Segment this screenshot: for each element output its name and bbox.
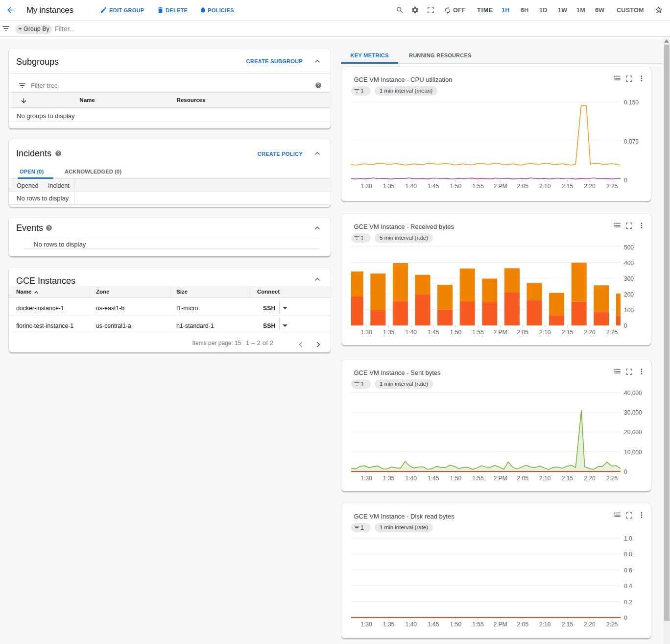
svg-text:2:25: 2:25 xyxy=(606,475,618,482)
svg-text:1:35: 1:35 xyxy=(383,329,395,336)
svg-text:1:40: 1:40 xyxy=(406,475,417,482)
svg-text:2 PM: 2 PM xyxy=(494,475,507,482)
svg-text:1:50: 1:50 xyxy=(450,329,462,336)
svg-text:2 PM: 2 PM xyxy=(494,329,507,336)
svg-text:2:15: 2:15 xyxy=(562,475,574,482)
svg-text:1:40: 1:40 xyxy=(406,183,417,190)
svg-text:2 PM: 2 PM xyxy=(494,183,507,190)
svg-text:2:25: 2:25 xyxy=(606,329,618,336)
svg-text:1:55: 1:55 xyxy=(472,475,484,482)
svg-text:1:45: 1:45 xyxy=(428,475,439,482)
svg-text:1:35: 1:35 xyxy=(383,475,395,482)
svg-text:1:45: 1:45 xyxy=(428,183,439,190)
svg-text:1:30: 1:30 xyxy=(360,183,372,190)
svg-text:1:30: 1:30 xyxy=(360,329,372,336)
svg-text:2:15: 2:15 xyxy=(562,621,574,628)
svg-text:2:10: 2:10 xyxy=(539,475,551,482)
svg-text:1:35: 1:35 xyxy=(383,183,395,190)
svg-text:2:10: 2:10 xyxy=(539,621,551,628)
svg-text:2:05: 2:05 xyxy=(517,183,529,190)
svg-text:1:45: 1:45 xyxy=(428,329,439,336)
svg-text:2:20: 2:20 xyxy=(584,475,596,482)
svg-text:2:10: 2:10 xyxy=(539,183,551,190)
svg-text:1:30: 1:30 xyxy=(360,475,372,482)
svg-text:2:20: 2:20 xyxy=(584,183,596,190)
svg-text:1:45: 1:45 xyxy=(428,621,439,628)
svg-text:2:10: 2:10 xyxy=(539,329,551,336)
svg-text:1:55: 1:55 xyxy=(472,183,484,190)
svg-text:2:25: 2:25 xyxy=(606,183,618,190)
svg-text:2:15: 2:15 xyxy=(562,329,574,336)
svg-text:1:40: 1:40 xyxy=(406,621,417,628)
svg-text:1:55: 1:55 xyxy=(472,621,484,628)
svg-text:1:30: 1:30 xyxy=(360,621,372,628)
svg-text:1:35: 1:35 xyxy=(383,621,395,628)
svg-text:1:50: 1:50 xyxy=(450,621,462,628)
svg-text:2:20: 2:20 xyxy=(584,329,596,336)
svg-text:1:50: 1:50 xyxy=(450,183,462,190)
svg-text:1:55: 1:55 xyxy=(472,329,484,336)
svg-text:2:05: 2:05 xyxy=(517,329,529,336)
svg-text:2 PM: 2 PM xyxy=(494,621,507,628)
svg-text:1:50: 1:50 xyxy=(450,475,462,482)
svg-text:2:15: 2:15 xyxy=(562,183,574,190)
svg-text:2:25: 2:25 xyxy=(606,621,618,628)
svg-text:2:20: 2:20 xyxy=(584,621,596,628)
svg-text:2:05: 2:05 xyxy=(517,475,529,482)
svg-text:1:40: 1:40 xyxy=(406,329,417,336)
svg-text:2:05: 2:05 xyxy=(517,621,529,628)
